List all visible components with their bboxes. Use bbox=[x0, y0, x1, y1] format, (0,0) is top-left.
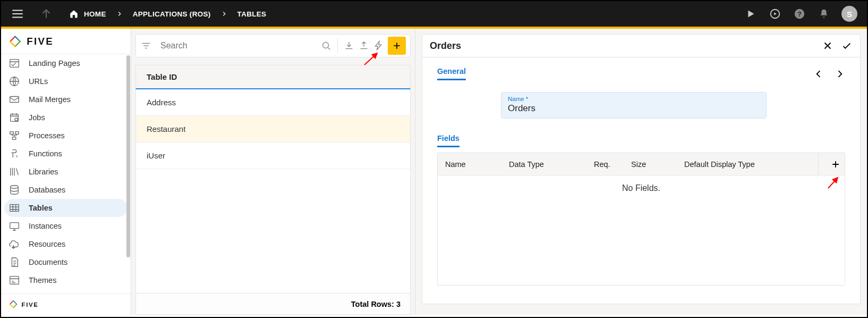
no-fields-text: No Fields. bbox=[438, 175, 845, 200]
tables-icon bbox=[8, 202, 20, 214]
logo: FIVE bbox=[1, 29, 131, 54]
breadcrumb-apps[interactable]: APPLICATIONS (ROS) bbox=[133, 10, 211, 18]
mail-icon bbox=[8, 94, 20, 105]
five-logo-icon: FIVE bbox=[8, 34, 83, 49]
processes-icon bbox=[8, 130, 20, 141]
plus-icon bbox=[830, 159, 841, 170]
instances-icon bbox=[8, 220, 20, 232]
avatar[interactable]: S bbox=[841, 6, 857, 22]
search-input[interactable] bbox=[160, 41, 317, 51]
sidebar-item-label: Processes bbox=[29, 131, 65, 140]
list-toolbar bbox=[135, 34, 411, 57]
sidebar-item-jobs[interactable]: Jobs bbox=[1, 108, 131, 127]
svg-point-13 bbox=[11, 186, 19, 189]
export-icon[interactable] bbox=[358, 40, 370, 52]
column-header-disp[interactable]: Default Display Type bbox=[677, 160, 818, 169]
detail-panel: Orders General Name * Orders Fields Name… bbox=[415, 29, 867, 315]
sidebar-item-tables[interactable]: Tables bbox=[4, 199, 127, 217]
lightning-icon[interactable] bbox=[373, 40, 385, 52]
sidebar-item-label: Landing Pages bbox=[29, 59, 80, 68]
column-header-size[interactable]: Size bbox=[624, 160, 677, 169]
import-icon[interactable] bbox=[343, 40, 355, 52]
sidebar-item-resources[interactable]: Resources bbox=[1, 235, 131, 253]
search-icon[interactable] bbox=[320, 40, 332, 52]
functions-icon: x bbox=[8, 148, 20, 160]
column-header-type[interactable]: Data Type bbox=[501, 160, 586, 169]
top-bar: HOME APPLICATIONS (ROS) TABLES ? S bbox=[1, 1, 867, 29]
svg-point-18 bbox=[323, 43, 329, 48]
libraries-icon bbox=[8, 166, 20, 178]
sidebar-item-libraries[interactable]: Libraries bbox=[1, 163, 131, 181]
sidebar-item-label: Tables bbox=[29, 204, 53, 212]
table-rows: Address Restaurant iUser Total Rows: 3 bbox=[135, 89, 411, 315]
jobs-icon bbox=[8, 112, 20, 123]
svg-rect-9 bbox=[10, 132, 13, 135]
databases-icon bbox=[8, 184, 20, 196]
chevron-right-icon bbox=[116, 10, 123, 18]
sidebar-item-landing-pages[interactable]: Landing Pages bbox=[1, 54, 131, 72]
sidebar: FIVE Landing Pages URLs Mail Merges Jobs bbox=[1, 29, 131, 315]
sidebar-item-urls[interactable]: URLs bbox=[1, 72, 131, 90]
table-row[interactable]: Address bbox=[136, 89, 410, 116]
name-input-field[interactable]: Name * Orders bbox=[501, 92, 767, 119]
filter-icon[interactable] bbox=[140, 40, 152, 52]
breadcrumb-home[interactable]: HOME bbox=[84, 10, 106, 18]
add-field-button[interactable] bbox=[818, 153, 845, 175]
column-header-req[interactable]: Req. bbox=[586, 160, 624, 169]
svg-text:?: ? bbox=[797, 10, 802, 18]
svg-text:FIVE: FIVE bbox=[27, 36, 54, 47]
sidebar-item-databases[interactable]: Databases bbox=[1, 181, 131, 199]
table-row[interactable]: Restaurant bbox=[136, 116, 410, 143]
sidebar-item-themes[interactable]: Themes bbox=[1, 271, 131, 289]
plus-icon bbox=[392, 40, 402, 51]
fields-table: Name Data Type Req. Size Default Display… bbox=[437, 153, 845, 286]
play-icon[interactable] bbox=[745, 8, 756, 20]
tab-general[interactable]: General bbox=[437, 67, 466, 80]
close-icon[interactable] bbox=[822, 40, 833, 52]
name-value: Orders bbox=[508, 103, 760, 114]
name-label: Name * bbox=[508, 96, 760, 102]
chevron-left-icon[interactable] bbox=[813, 69, 824, 79]
sidebar-item-functions[interactable]: x Functions bbox=[1, 145, 131, 163]
confirm-icon[interactable] bbox=[841, 40, 853, 52]
sidebar-item-label: Jobs bbox=[29, 113, 45, 122]
column-header-name[interactable]: Name bbox=[438, 160, 501, 169]
bell-icon[interactable] bbox=[818, 8, 830, 20]
breadcrumb-tables[interactable]: TABLES bbox=[237, 10, 267, 18]
detail-title: Orders bbox=[430, 40, 461, 52]
hamburger-icon[interactable] bbox=[11, 7, 24, 21]
sidebar-footer-logo: FIVE bbox=[1, 294, 131, 315]
sidebar-item-instances[interactable]: Instances bbox=[1, 217, 131, 235]
sidebar-item-mail-merges[interactable]: Mail Merges bbox=[1, 90, 131, 108]
svg-rect-10 bbox=[15, 132, 19, 135]
svg-rect-6 bbox=[10, 97, 19, 103]
sidebar-item-label: Functions bbox=[29, 149, 62, 158]
svg-rect-4 bbox=[10, 60, 19, 68]
list-column-header[interactable]: Table ID bbox=[135, 65, 411, 89]
sidebar-item-label: Resources bbox=[29, 240, 65, 248]
sidebar-item-documents[interactable]: Documents bbox=[1, 253, 131, 271]
sidebar-item-label: Libraries bbox=[29, 168, 58, 176]
add-table-button[interactable] bbox=[388, 37, 406, 55]
themes-icon bbox=[8, 274, 20, 286]
up-arrow-icon bbox=[39, 7, 53, 21]
help-icon[interactable]: ? bbox=[794, 8, 805, 20]
svg-rect-15 bbox=[10, 223, 19, 229]
total-rows-label: Total Rows: 3 bbox=[136, 293, 410, 314]
landing-pages-icon bbox=[8, 57, 20, 69]
home-icon bbox=[69, 9, 79, 19]
detail-header: Orders bbox=[422, 34, 861, 57]
breadcrumb: HOME APPLICATIONS (ROS) TABLES bbox=[69, 9, 266, 19]
table-row[interactable]: iUser bbox=[136, 143, 410, 169]
svg-rect-11 bbox=[12, 137, 15, 140]
target-play-icon[interactable] bbox=[769, 8, 781, 20]
svg-text:x: x bbox=[16, 154, 18, 158]
scrollbar[interactable] bbox=[126, 55, 130, 257]
sidebar-item-label: Themes bbox=[29, 276, 56, 284]
sidebar-item-processes[interactable]: Processes bbox=[1, 127, 131, 145]
sidebar-item-label: URLs bbox=[29, 77, 48, 86]
tab-fields[interactable]: Fields bbox=[437, 134, 459, 147]
sidebar-nav: Landing Pages URLs Mail Merges Jobs Proc… bbox=[1, 54, 131, 294]
chevron-right-icon bbox=[220, 10, 228, 18]
chevron-right-icon[interactable] bbox=[835, 69, 845, 79]
